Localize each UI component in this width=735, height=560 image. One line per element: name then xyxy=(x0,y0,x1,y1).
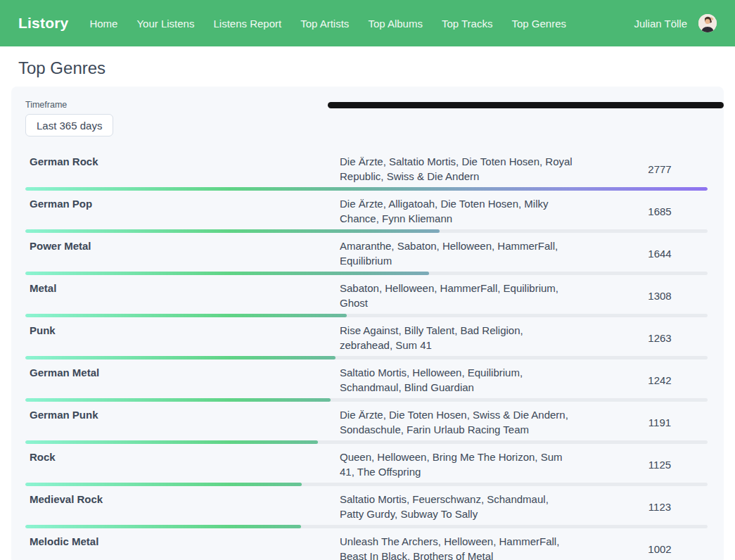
genre-name: Power Metal xyxy=(30,238,340,268)
nav-item-top-artists[interactable]: Top Artists xyxy=(300,18,349,30)
user-avatar[interactable] xyxy=(698,14,717,32)
genre-row-main: German Rock Die Ärzte, Saltatio Mortis, … xyxy=(11,154,724,184)
brand-logo[interactable]: Listory xyxy=(18,15,68,32)
genre-name: German Punk xyxy=(30,407,340,437)
genre-top-artists: Amaranthe, Sabaton, Helloween, HammerFal… xyxy=(340,238,614,268)
genre-top-artists: Saltatio Mortis, Feuerschwanz, Schandmau… xyxy=(340,492,614,521)
genre-row: Power Metal Amaranthe, Sabaton, Hellowee… xyxy=(11,233,724,275)
genre-name: Metal xyxy=(30,281,340,310)
genre-row-main: German Punk Die Ärzte, Die Toten Hosen, … xyxy=(11,407,724,437)
horizontal-scrollbar-thumb[interactable] xyxy=(328,102,724,108)
genre-row: Punk Rise Against, Billy Talent, Bad Rel… xyxy=(11,317,724,359)
genre-row-main: German Pop Die Ärzte, Alligatoah, Die To… xyxy=(11,196,724,226)
genre-name: German Pop xyxy=(30,196,340,226)
genre-row: Metal Sabaton, Helloween, HammerFall, Eq… xyxy=(11,275,724,317)
genre-top-artists: Saltatio Mortis, Helloween, Equilibrium,… xyxy=(340,365,614,395)
genre-name: German Metal xyxy=(30,365,340,395)
avatar-photo xyxy=(698,14,717,32)
genre-listen-count: 1242 xyxy=(614,365,705,395)
genre-row: Medieval Rock Saltatio Mortis, Feuerschw… xyxy=(11,486,724,528)
genre-row-main: Punk Rise Against, Billy Talent, Bad Rel… xyxy=(11,323,724,352)
genre-row: Melodic Metal Unleash The Archers, Hello… xyxy=(11,528,724,560)
genre-listen-count: 1191 xyxy=(614,407,705,437)
top-genres-card: Timeframe Last 365 days German Rock Die … xyxy=(11,87,724,560)
genre-name: Rock xyxy=(30,450,340,479)
nav-item-top-genres[interactable]: Top Genres xyxy=(511,18,566,30)
genre-listen-count: 1308 xyxy=(614,281,705,310)
genre-listen-count: 1263 xyxy=(614,323,705,352)
genre-row-main: Power Metal Amaranthe, Sabaton, Hellowee… xyxy=(11,238,724,268)
genre-row: German Pop Die Ärzte, Alligatoah, Die To… xyxy=(11,191,724,233)
genre-listen-count: 2777 xyxy=(614,154,705,184)
genre-top-artists: Rise Against, Billy Talent, Bad Religion… xyxy=(340,323,614,352)
page-title: Top Genres xyxy=(18,58,717,78)
genre-listen-count: 1125 xyxy=(614,450,705,479)
genre-name: German Rock xyxy=(30,154,340,184)
page-content: Top Genres Timeframe Last 365 days Germa… xyxy=(0,58,735,560)
timeframe-select-button[interactable]: Last 365 days xyxy=(25,114,113,136)
app-header: Listory Home Your Listens Listens Report… xyxy=(0,0,735,46)
genre-top-artists: Queen, Helloween, Bring Me The Horizon, … xyxy=(340,450,614,479)
genre-top-artists: Die Ärzte, Die Toten Hosen, Swiss & Die … xyxy=(340,407,614,437)
genre-top-artists: Die Ärzte, Alligatoah, Die Toten Hosen, … xyxy=(340,196,614,226)
genre-name: Medieval Rock xyxy=(30,492,340,521)
genre-top-artists: Die Ärzte, Saltatio Mortis, Die Toten Ho… xyxy=(340,154,614,184)
user-area: Julian Tölle xyxy=(634,14,717,32)
nav-item-listens-report[interactable]: Listens Report xyxy=(213,18,281,30)
genre-name: Punk xyxy=(30,323,340,352)
genre-row-main: Metal Sabaton, Helloween, HammerFall, Eq… xyxy=(11,281,724,310)
genre-row: Rock Queen, Helloween, Bring Me The Hori… xyxy=(11,444,724,486)
main-nav: Home Your Listens Listens Report Top Art… xyxy=(89,18,634,30)
genre-top-artists: Unleash The Archers, Helloween, HammerFa… xyxy=(340,534,614,560)
genre-name: Melodic Metal xyxy=(30,534,340,560)
genre-listen-count: 1123 xyxy=(614,492,705,521)
genre-row-main: Rock Queen, Helloween, Bring Me The Hori… xyxy=(11,450,724,479)
genre-top-artists: Sabaton, Helloween, HammerFall, Equilibr… xyxy=(340,281,614,310)
genre-row-main: Melodic Metal Unleash The Archers, Hello… xyxy=(11,534,724,560)
genre-listen-count: 1685 xyxy=(614,196,705,226)
nav-item-top-tracks[interactable]: Top Tracks xyxy=(442,18,493,30)
genre-row: German Rock Die Ärzte, Saltatio Mortis, … xyxy=(11,148,724,191)
genre-row-main: Medieval Rock Saltatio Mortis, Feuerschw… xyxy=(11,492,724,521)
genre-row-main: German Metal Saltatio Mortis, Helloween,… xyxy=(11,365,724,395)
nav-item-home[interactable]: Home xyxy=(89,18,117,30)
user-name: Julian Tölle xyxy=(634,18,687,30)
genre-row: German Metal Saltatio Mortis, Helloween,… xyxy=(11,359,724,402)
genre-row: German Punk Die Ärzte, Die Toten Hosen, … xyxy=(11,402,724,444)
genre-listen-count: 1644 xyxy=(614,238,705,268)
genre-listen-count: 1002 xyxy=(614,534,705,560)
nav-item-top-albums[interactable]: Top Albums xyxy=(368,18,423,30)
genre-table: German Rock Die Ärzte, Saltatio Mortis, … xyxy=(11,148,724,560)
nav-item-your-listens[interactable]: Your Listens xyxy=(136,18,194,30)
